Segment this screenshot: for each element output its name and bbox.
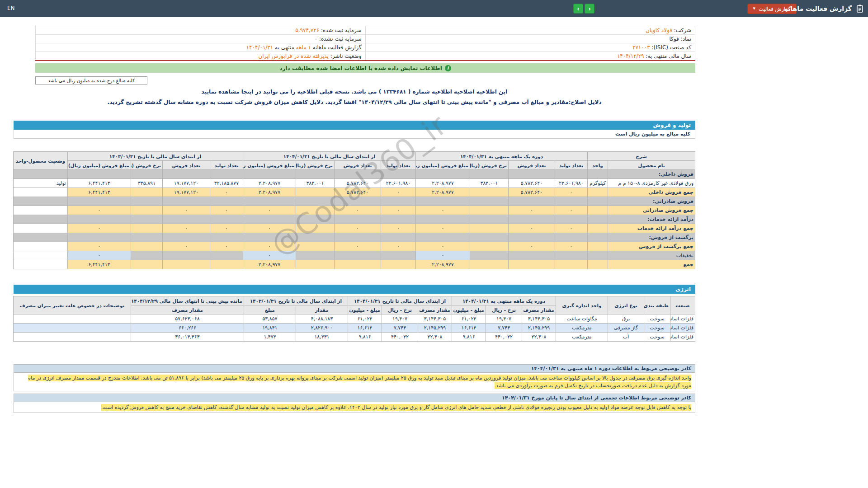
sale-rate-header: نرخ فروش (ریال) [470, 161, 509, 170]
production-sales-header: تولید و فروش [14, 121, 695, 130]
registered-capital-value: ۵,۹۷۴,۷۲۶ [295, 27, 319, 33]
cell: ۱۶,۶۱۲ [452, 324, 486, 333]
energy-row-electricity: فلزات اساسی سوخت برق مگاوات ساعت ۳,۱۴۴,۳… [13, 314, 695, 324]
unregistered-capital-label: سرمایه ثبت نشده: [319, 36, 362, 42]
cell [13, 242, 67, 251]
prev-button[interactable]: ‹ [573, 4, 583, 14]
isic-label: کد صنعت (ISIC): [651, 44, 691, 51]
section-row-export: فروش صادراتی: [13, 197, 695, 206]
cell: ۲۲,۳۰۸ [522, 333, 556, 342]
energy-header: انرژی [14, 285, 695, 294]
cell [13, 251, 67, 260]
cell: ۹,۸۱۶ [452, 333, 486, 342]
fiscal-year-value: ۱۴۰۴/۱۲/۲۹ [617, 53, 644, 59]
amendment-text-a: این اطلاعیه اصلاحیه اطلاعیه شماره ( ۱۳۳۴… [255, 89, 508, 95]
section-row-services: درآمد ارائه خدمات: [13, 215, 695, 224]
cell [416, 170, 470, 179]
cell [509, 170, 555, 179]
cell [588, 206, 608, 215]
cell [13, 233, 67, 242]
cell [210, 233, 243, 242]
cell: ۱۹,۸۴۱ [244, 324, 296, 333]
cell: ۴۴۰,۰۲۲ [382, 333, 418, 342]
cell: ۰ [381, 206, 416, 215]
total-domestic-row: جمع فروش داخلی ۰ ۵,۷۸۲,۶۴۰ ۲,۲۰۸,۹۷۷ ۰ ۵… [13, 188, 695, 197]
production-sales-subheader: کلیه مبالغ به میلیون ریال است [14, 130, 695, 139]
cell [13, 314, 131, 324]
cell [243, 170, 296, 179]
cell [162, 197, 210, 206]
cell [588, 233, 608, 242]
product-row: ورق فولادی غیر کارمزدی ۸-۱۵۰ م م کیلوگرم… [13, 179, 695, 188]
cell: ۷,۷۴۳ [382, 324, 418, 333]
cell [210, 197, 243, 206]
cell: ۰ [243, 242, 296, 251]
cell: ۰ [335, 224, 381, 233]
total-services-row: جمع درآمد ارائه خدمات ۰ ۰ ۰ ۰ ۰ ۰ ۰ ۰ ۰ [13, 224, 695, 233]
cell [67, 215, 131, 224]
cell [13, 206, 67, 215]
info-row-fiscal: سال مالی منتهی به: ۱۴۰۴/۱۲/۲۹ وضعیت ناشر… [36, 52, 695, 61]
language-toggle[interactable]: EN [7, 5, 15, 11]
cell: ۰ [416, 242, 470, 251]
cell [555, 251, 588, 260]
energy-type-header: نوع انرژی [608, 296, 644, 314]
next-button[interactable]: › [585, 4, 594, 14]
cell [416, 197, 470, 206]
cell: فروش داخلی: [608, 170, 695, 179]
consumption-amount-header: مقدار مصرف [522, 305, 556, 314]
cell [296, 242, 335, 251]
sale-rate-header: نرخ فروش (ریال) [131, 161, 162, 170]
cell: ۰ [162, 224, 210, 233]
cell [509, 251, 555, 260]
desc-header: شرح [588, 152, 695, 161]
qty-produced-header: تعداد تولید [210, 161, 243, 170]
cell: ۰ [555, 188, 588, 197]
nav-buttons: ‹ › [573, 4, 594, 14]
cell: ۲۲,۶۰۱,۹۸۰ [555, 179, 588, 188]
discounts-row: تخفیفات ۰ ۰ ۰ [13, 251, 695, 260]
cell: ۰ [335, 242, 381, 251]
cell [335, 197, 381, 206]
company-cell: شرکت: فولاد کاویان [365, 26, 695, 35]
cell: مترمکعب [556, 324, 608, 333]
cell: سوخت [644, 324, 670, 333]
report-period-cell: گزارش فعالیت ماهانه ۱ ماهه منتهی به ۱۴۰۴… [36, 43, 366, 52]
cell [381, 170, 416, 179]
qty-produced-header: تعداد تولید [381, 161, 416, 170]
cell [243, 197, 296, 206]
cell [210, 170, 243, 179]
cell [13, 324, 131, 333]
cell: ۰ [243, 251, 296, 260]
cell [470, 260, 509, 269]
measure-unit-header: واحد اندازه گیری [556, 296, 608, 314]
info-icon: i [445, 65, 451, 71]
info-row-isic: کد صنعت (ISIC): ۲۷۱۰۰۳ گزارش فعالیت ماها… [36, 43, 695, 52]
cell: فروش صادراتی: [608, 197, 695, 206]
cell: ۲,۲۰۸,۹۷۷ [243, 260, 296, 269]
cell: ۱۹,۴۰۷ [486, 314, 522, 324]
consumption-change-notes-header: توضیحات در خصوص علت تغییر میزان مصرف [13, 296, 131, 314]
cell: ۰ [509, 242, 555, 251]
cell [296, 251, 335, 260]
cell: تخفیفات [608, 251, 695, 260]
cell: ۰ [555, 206, 588, 215]
cell: ۲,۲۰۸,۹۷۷ [416, 179, 470, 188]
cell: ۲,۲۰۸,۹۷۷ [416, 188, 470, 197]
category-header: طبقه بندی [644, 296, 670, 314]
rate-header: نرخ - ریال [382, 305, 418, 314]
cell [131, 233, 162, 242]
cell: ۰ [335, 206, 381, 215]
previous-version-link[interactable]: اینجا [241, 89, 254, 95]
cell [588, 251, 608, 260]
cell [588, 170, 608, 179]
symbol-label: نماد: [681, 36, 691, 42]
info-row-symbol: نماد: فوکا سرمایه ثبت نشده: ۰ [36, 35, 695, 43]
cell [416, 233, 470, 242]
registered-capital-cell: سرمایه ثبت شده: ۵,۹۷۴,۷۲۶ [36, 26, 366, 35]
cell: ۰ [243, 206, 296, 215]
cell: ۲,۲۰۸,۹۷۷ [243, 179, 296, 188]
cell: ۵,۷۸۲,۶۴۰ [509, 188, 555, 197]
cell [296, 197, 335, 206]
cell [381, 215, 416, 224]
